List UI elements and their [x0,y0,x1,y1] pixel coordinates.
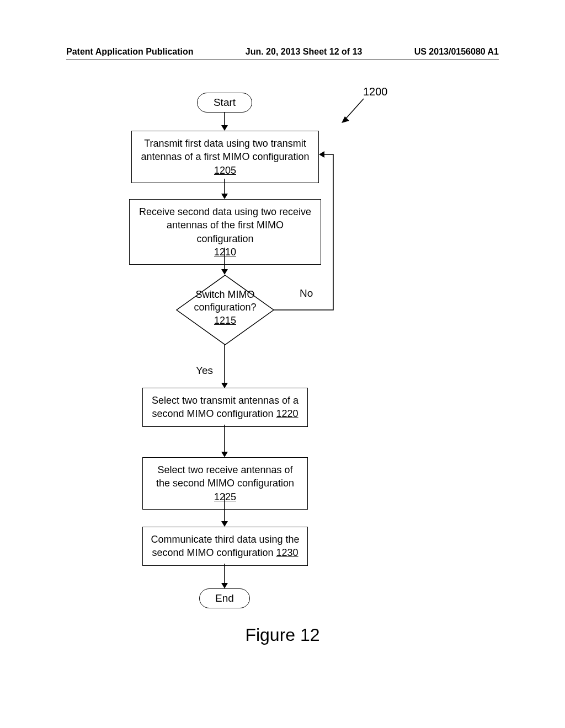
process-1220-ref: 1220 [276,408,299,419]
process-1225-text: Select two receive antennas of the secon… [156,464,294,489]
svg-marker-3 [221,125,228,131]
connector-1220-1225 [221,425,228,458]
process-1230-ref: 1230 [276,547,299,558]
svg-marker-15 [221,521,228,527]
svg-marker-17 [221,583,228,588]
svg-marker-9 [319,151,324,158]
process-1230: Communicate third data using the second … [142,527,308,566]
figure-label: Figure 12 [0,625,565,645]
header-rule [66,60,499,60]
connector-1215-1220 [221,345,228,389]
decision-1215: Switch MIMO configuration? 1215 [175,274,275,346]
decision-1215-ref: 1215 [214,315,236,326]
header-center: Jun. 20, 2013 Sheet 12 of 13 [246,47,363,57]
decision-1215-line1: Switch MIMO [195,289,254,300]
svg-line-0 [345,99,364,120]
patent-header: Patent Application Publication Jun. 20, … [66,47,499,57]
start-label: Start [214,97,236,109]
connector-1225-1230 [221,494,228,527]
connector-1230-end [221,564,228,589]
connector-1205-1210 [221,179,228,200]
end-label: End [215,592,234,604]
svg-marker-13 [221,452,228,457]
svg-marker-1 [342,116,349,123]
yes-label: Yes [196,365,213,377]
header-right: US 2013/0156080 A1 [414,47,499,57]
process-1205-ref: 1205 [214,165,236,176]
end-terminal: End [199,588,250,608]
ref-arrow-icon [339,97,367,124]
start-terminal: Start [197,93,252,113]
decision-1215-line2: configuration? [194,302,256,313]
connector-1210-1215 [221,248,228,275]
connector-no-loop [274,150,340,313]
connector-start-1205 [221,113,228,131]
svg-marker-5 [221,194,228,199]
header-left: Patent Application Publication [66,47,194,57]
process-1220: Select two transmit antennas of a second… [142,388,308,427]
